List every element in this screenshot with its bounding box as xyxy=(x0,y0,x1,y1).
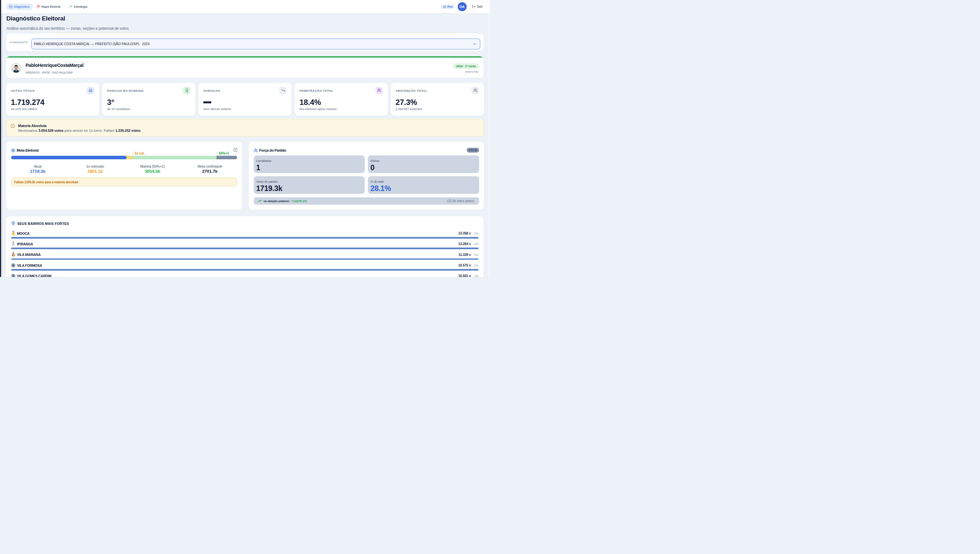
svg-text:3: 3 xyxy=(13,254,14,256)
svg-text:2: 2 xyxy=(13,243,14,246)
svg-text:1: 1 xyxy=(13,233,14,235)
